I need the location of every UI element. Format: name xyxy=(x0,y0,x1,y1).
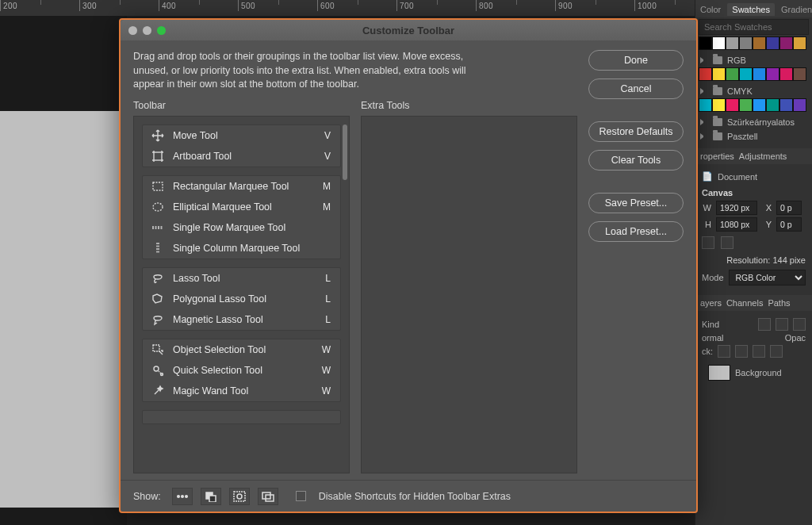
tool-group[interactable]: Move ToolVArtboard ToolV xyxy=(142,125,341,167)
swatches-panel-tabs: Color Swatches Gradien xyxy=(695,0,812,17)
tool-row[interactable]: Magic Wand ToolW xyxy=(143,381,340,401)
swatch[interactable] xyxy=(712,98,726,112)
swatch-group-header[interactable]: Pasztell xyxy=(695,129,812,144)
orient-landscape-button[interactable] xyxy=(721,236,733,249)
document-canvas[interactable] xyxy=(0,111,127,508)
swatch[interactable] xyxy=(726,36,739,50)
layer-thumbnail[interactable] xyxy=(708,365,730,381)
tab-properties[interactable]: roperties xyxy=(700,151,734,161)
filter-adjust-icon[interactable] xyxy=(776,318,788,331)
tool-row[interactable]: Polygonal Lasso ToolL xyxy=(143,289,340,309)
lock-position-icon[interactable] xyxy=(735,345,748,358)
swatch[interactable] xyxy=(739,36,753,50)
width-input[interactable] xyxy=(716,201,757,215)
swatches-search-input[interactable] xyxy=(699,19,809,35)
x-input[interactable] xyxy=(776,201,802,215)
ruler-tick: 400 xyxy=(159,0,238,11)
tool-row[interactable]: Lasso ToolL xyxy=(143,268,340,289)
swatch[interactable] xyxy=(739,98,753,112)
swatch[interactable] xyxy=(699,98,712,112)
swatch-group-header[interactable]: Szürkeárnyalatos xyxy=(695,115,812,129)
tool-group[interactable]: Lasso ToolLPolygonal Lasso ToolLMagnetic… xyxy=(142,267,341,331)
lock-artboard-icon[interactable] xyxy=(753,345,765,358)
swatch[interactable] xyxy=(793,98,806,112)
svg-point-4 xyxy=(154,366,159,371)
tool-row[interactable]: Single Row Marquee Tool xyxy=(143,217,340,238)
orient-portrait-button[interactable] xyxy=(702,236,714,249)
tool-row[interactable]: Rectangular Marquee ToolM xyxy=(143,176,340,197)
swatch[interactable] xyxy=(712,67,726,81)
swatch[interactable] xyxy=(779,98,793,112)
tool-group[interactable]: Object Selection ToolWQuick Selection To… xyxy=(142,339,341,402)
tool-row[interactable]: Object Selection ToolW xyxy=(143,339,340,360)
show-quickmask-toggle[interactable] xyxy=(229,488,250,505)
scrollbar-thumb[interactable] xyxy=(343,125,347,180)
tool-name: Elliptical Marquee Tool xyxy=(173,201,323,213)
swatch[interactable] xyxy=(726,67,739,81)
swatch-group-header[interactable]: RGB xyxy=(695,53,812,67)
swatch[interactable] xyxy=(739,67,753,81)
tool-row[interactable]: Elliptical Marquee ToolM xyxy=(143,197,340,217)
svg-rect-13 xyxy=(262,492,270,499)
filter-text-icon[interactable] xyxy=(793,318,806,331)
tool-row[interactable]: Move ToolV xyxy=(143,125,340,146)
swatch[interactable] xyxy=(766,98,779,112)
tool-shortcut: W xyxy=(322,344,331,355)
swatch[interactable] xyxy=(779,67,793,81)
color-mode-select[interactable]: RGB Color xyxy=(729,270,806,285)
clear-tools-button[interactable]: Clear Tools xyxy=(588,150,684,171)
show-screenmode-toggle[interactable] xyxy=(258,488,278,505)
swatch[interactable] xyxy=(712,36,726,50)
tool-row[interactable]: Artboard ToolV xyxy=(143,146,340,167)
load-preset-button[interactable]: Load Preset... xyxy=(588,221,684,242)
tool-group[interactable] xyxy=(142,410,341,424)
tool-name: Polygonal Lasso Tool xyxy=(173,293,325,305)
tab-color[interactable]: Color xyxy=(700,5,721,14)
toolbar-list[interactable]: Move ToolVArtboard ToolVRectangular Marq… xyxy=(133,116,350,474)
row-marquee-icon xyxy=(151,220,165,235)
swatch[interactable] xyxy=(753,98,766,112)
show-foreground-toggle[interactable] xyxy=(201,488,221,505)
show-overflow-toggle[interactable] xyxy=(172,488,193,505)
dialog-instructions: Drag and drop tools or their groupings i… xyxy=(133,50,577,92)
blend-mode[interactable]: ormal xyxy=(702,333,724,343)
tab-gradients[interactable]: Gradien xyxy=(781,5,812,14)
dialog-titlebar[interactable]: Customize Toolbar xyxy=(121,20,696,40)
tool-group[interactable]: Rectangular Marquee ToolMElliptical Marq… xyxy=(142,175,341,259)
lock-all-icon[interactable] xyxy=(770,345,783,358)
swatch[interactable] xyxy=(753,67,766,81)
disable-shortcuts-checkbox[interactable] xyxy=(296,491,306,501)
swatch[interactable] xyxy=(753,36,766,50)
extra-tools-list[interactable] xyxy=(361,116,577,474)
tool-row[interactable]: Single Column Marquee Tool xyxy=(143,238,340,259)
swatch[interactable] xyxy=(766,36,779,50)
swatch[interactable] xyxy=(726,98,739,112)
swatch[interactable] xyxy=(793,67,806,81)
svg-rect-10 xyxy=(209,496,216,502)
done-button[interactable]: Done xyxy=(588,50,684,71)
tab-channels[interactable]: Channels xyxy=(726,298,763,308)
tool-row[interactable]: Magnetic Lasso ToolL xyxy=(143,309,340,330)
lock-pixels-icon[interactable] xyxy=(718,345,730,358)
layer-name-background[interactable]: Background xyxy=(735,368,782,377)
svg-rect-3 xyxy=(153,345,159,351)
tab-paths[interactable]: Paths xyxy=(768,298,790,308)
swatches-search-container xyxy=(699,19,809,35)
swatch[interactable] xyxy=(793,36,806,50)
tab-adjustments[interactable]: Adjustments xyxy=(739,151,787,161)
save-preset-button[interactable]: Save Preset... xyxy=(588,193,684,213)
restore-defaults-button[interactable]: Restore Defaults xyxy=(588,121,684,142)
tool-row[interactable]: Quick Selection ToolW xyxy=(143,360,340,381)
swatch-group-header[interactable]: CMYK xyxy=(695,84,812,98)
height-input[interactable] xyxy=(716,217,757,232)
swatch[interactable] xyxy=(766,67,779,81)
swatch[interactable] xyxy=(699,36,712,50)
cancel-button[interactable]: Cancel xyxy=(588,79,684,99)
tab-layers[interactable]: ayers xyxy=(700,298,722,308)
filter-image-icon[interactable] xyxy=(758,318,771,331)
svg-point-7 xyxy=(181,495,183,497)
y-input[interactable] xyxy=(776,217,802,232)
tab-swatches[interactable]: Swatches xyxy=(727,3,775,16)
swatch[interactable] xyxy=(779,36,793,50)
swatch[interactable] xyxy=(699,67,712,81)
